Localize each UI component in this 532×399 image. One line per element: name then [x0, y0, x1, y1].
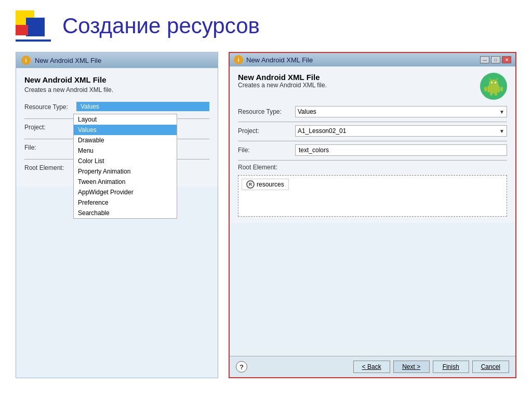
dialog-right-body: New Android XML File Creates a new Andro…	[230, 66, 515, 223]
r-badge-right: R	[246, 180, 255, 189]
minimize-button[interactable]: —	[480, 56, 489, 63]
root-element-label-left: Root Element:	[24, 163, 76, 171]
page-title: Создание ресурсов	[62, 14, 260, 38]
root-element-area: R resources	[238, 175, 507, 217]
next-button[interactable]: Next >	[393, 361, 430, 373]
android-icon-left: i	[21, 56, 31, 65]
svg-rect-9	[490, 92, 493, 96]
dropdown-item-preference[interactable]: Preference	[74, 197, 177, 208]
root-element-item[interactable]: R resources	[242, 179, 289, 190]
logo-red	[16, 25, 28, 35]
dialog-right-titlebar: i New Android XML File — □ ✕	[230, 53, 515, 66]
dialog-right-heading: New Android XML File	[238, 73, 327, 82]
help-button[interactable]: ?	[236, 361, 247, 373]
dialog-left-heading: New Android XML File	[24, 75, 209, 84]
right-project-row: Project: A1_Lesson02_01 ▼	[238, 125, 507, 137]
svg-line-6	[496, 78, 498, 80]
logo	[16, 10, 52, 42]
dialog-left-subtitle: Creates a new Android XML file.	[24, 86, 209, 94]
dropdown-item-menu[interactable]: Menu	[74, 145, 177, 156]
right-file-input[interactable]	[295, 144, 507, 156]
right-project-value: A1_Lesson02_01	[298, 127, 346, 135]
finish-label: Finish	[443, 363, 459, 370]
dropdown-item-tween-animation[interactable]: Tween Animation	[74, 177, 177, 187]
dialog-right-title: New Android XML File	[246, 56, 313, 64]
android-svg	[484, 77, 503, 96]
dialog-left-title: New Android XML File	[35, 57, 101, 64]
right-root-element-row: Root Element:	[238, 164, 507, 171]
resource-type-label: Resource Type:	[24, 102, 76, 111]
right-file-label: File:	[238, 147, 295, 154]
svg-point-3	[491, 82, 493, 84]
dialog-footer: ? < Back Next > Finish Cancel	[230, 356, 515, 377]
svg-rect-10	[495, 92, 497, 96]
resource-type-value: Values	[76, 102, 209, 111]
android-icon-right: i	[234, 55, 243, 64]
cancel-button[interactable]: Cancel	[472, 361, 509, 373]
svg-rect-8	[500, 87, 503, 91]
dropdown-item-appwidget[interactable]: AppWidget Provider	[74, 187, 177, 197]
page-header: Создание ресурсов	[0, 0, 532, 47]
resource-type-arrow: ▼	[499, 109, 504, 115]
logo-line	[16, 39, 51, 42]
right-resource-type-field[interactable]: Values ▼	[295, 106, 507, 117]
right-file-row: File:	[238, 144, 507, 156]
resource-type-row: Resource Type: Values	[24, 102, 209, 114]
dialog-right-header-row: New Android XML File Creates a new Andro…	[238, 73, 507, 100]
svg-line-5	[489, 78, 491, 80]
logo-blue	[26, 18, 45, 36]
dropdown-item-values[interactable]: Values	[74, 125, 177, 135]
titlebar-controls[interactable]: — □ ✕	[480, 56, 511, 63]
resource-type-selected[interactable]: Values	[76, 102, 209, 111]
right-file-field-wrapper	[295, 144, 507, 156]
dropdown-item-colorlist[interactable]: Color List	[74, 156, 177, 166]
right-project-field[interactable]: A1_Lesson02_01 ▼	[295, 125, 507, 137]
svg-point-2	[489, 79, 498, 87]
dropdown-item-layout[interactable]: Layout	[74, 114, 177, 125]
dropdown-item-searchable[interactable]: Searchable	[74, 208, 177, 218]
main-content: i New Android XML File New Android XML F…	[0, 47, 532, 383]
svg-rect-7	[484, 87, 487, 91]
dropdown-item-property-animation[interactable]: Property Animation	[74, 166, 177, 177]
dialog-left-titlebar: i New Android XML File	[16, 52, 218, 68]
close-button[interactable]: ✕	[502, 56, 511, 63]
dropdown-menu[interactable]: Layout Values Drawable Menu Color List P…	[73, 114, 177, 219]
right-resource-type-value: Values	[298, 108, 316, 115]
project-label: Project:	[24, 122, 76, 131]
footer-buttons: < Back Next > Finish Cancel	[353, 361, 509, 373]
dialog-right-header-text: New Android XML File Creates a new Andro…	[238, 73, 327, 96]
file-label: File:	[24, 142, 76, 151]
finish-button[interactable]: Finish	[433, 361, 469, 373]
titlebar-left: i New Android XML File	[234, 55, 313, 64]
project-arrow: ▼	[499, 128, 504, 134]
right-root-element-label: Root Element:	[238, 164, 295, 171]
dialog-right: i New Android XML File — □ ✕ New Android…	[229, 52, 516, 378]
svg-point-4	[495, 82, 496, 84]
root-element-item-text: resources	[257, 181, 284, 188]
android-logo	[480, 73, 507, 100]
dialog-right-subtitle: Creates a new Android XML file.	[238, 82, 327, 89]
svg-rect-1	[487, 86, 500, 92]
back-button[interactable]: < Back	[353, 361, 390, 373]
dialog-left: i New Android XML File New Android XML F…	[16, 52, 218, 378]
maximize-button[interactable]: □	[491, 56, 500, 63]
right-resource-type-label: Resource Type:	[238, 108, 295, 115]
right-resource-type-row: Resource Type: Values ▼	[238, 106, 507, 117]
dropdown-item-drawable[interactable]: Drawable	[74, 135, 177, 145]
right-project-label: Project:	[238, 127, 295, 135]
